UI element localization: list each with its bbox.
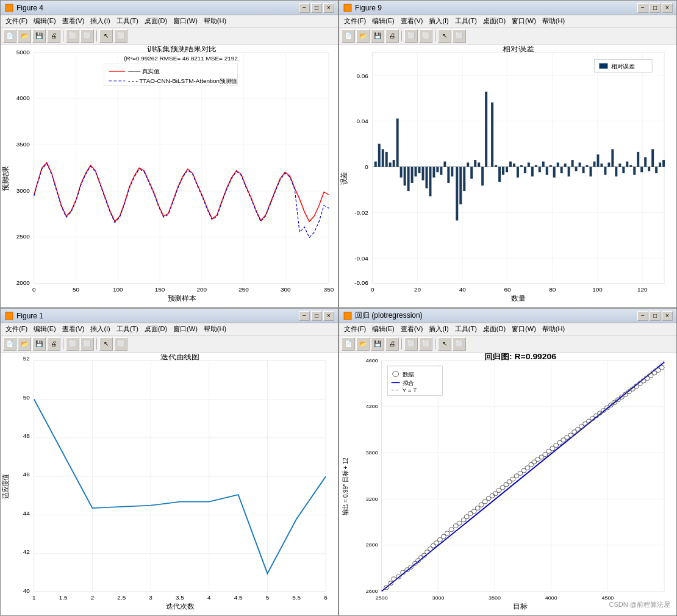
svg-rect-145 xyxy=(659,163,661,167)
figr-menu-file[interactable]: 文件(F) xyxy=(342,324,368,334)
fig1-cursor-btn[interactable]: ↖ xyxy=(99,337,113,351)
fig9-pan-btn[interactable]: ⬜ xyxy=(419,29,432,43)
figure-r-maximize[interactable]: □ xyxy=(650,311,661,321)
fig1-menu-help[interactable]: 帮助(H) xyxy=(201,324,229,334)
fig9-menu-tools[interactable]: 工具(T) xyxy=(453,16,479,26)
svg-text:2000: 2000 xyxy=(16,280,30,286)
figr-pan-btn[interactable]: ⬜ xyxy=(419,337,432,351)
fig1-menu-edit[interactable]: 编辑(E) xyxy=(31,324,59,334)
fig1-menu-desktop[interactable]: 桌面(D) xyxy=(142,324,170,334)
fig4-open-btn[interactable]: 📂 xyxy=(18,29,31,43)
fig1-save-btn[interactable]: 💾 xyxy=(32,337,46,351)
svg-rect-130 xyxy=(604,167,606,175)
svg-text:—— 真实值: —— 真实值 xyxy=(128,68,159,74)
fig9-menu-window[interactable]: 窗口(W) xyxy=(509,16,539,26)
svg-rect-81 xyxy=(422,167,424,181)
fig1-menu-file[interactable]: 文件(F) xyxy=(3,324,30,334)
svg-rect-1 xyxy=(34,52,329,283)
fig1-menu-insert[interactable]: 插入(I) xyxy=(88,324,112,334)
fig9-menu-help[interactable]: 帮助(H) xyxy=(540,16,567,26)
figure-1-icon xyxy=(4,311,14,321)
figure-9-maximize[interactable]: □ xyxy=(650,3,661,13)
fig4-menu-desktop[interactable]: 桌面(D) xyxy=(142,16,170,26)
fig9-menu-edit[interactable]: 编辑(E) xyxy=(370,16,397,26)
figure-r-minimize[interactable]: − xyxy=(637,311,648,321)
svg-text:4: 4 xyxy=(207,594,211,600)
fig1-open-btn[interactable]: 📂 xyxy=(18,337,31,351)
fig4-menu-edit[interactable]: 编辑(E) xyxy=(31,16,59,26)
figr-menu-window[interactable]: 窗口(W) xyxy=(509,324,539,334)
svg-rect-89 xyxy=(485,91,487,167)
fig4-zoom-btn[interactable]: ⬜ xyxy=(66,29,79,43)
figure-1-plot: 40 42 44 46 48 50 52 1 1.5 2 2.5 3 3.5 4… xyxy=(1,353,338,615)
fig9-cursor-btn[interactable]: ↖ xyxy=(438,29,451,43)
figure-1-maximize[interactable]: □ xyxy=(311,311,322,321)
fig9-print-btn[interactable]: 🖨 xyxy=(385,29,399,43)
fig9-menu-insert[interactable]: 插入(I) xyxy=(426,16,451,26)
fig9-open-btn[interactable]: 📂 xyxy=(356,29,370,43)
fig4-menu-insert[interactable]: 插入(I) xyxy=(88,16,112,26)
figure-4-maximize[interactable]: □ xyxy=(311,3,322,13)
figr-menu-insert[interactable]: 插入(I) xyxy=(426,324,451,334)
fig1-pan-btn[interactable]: ⬜ xyxy=(81,337,94,351)
fig4-menu-view[interactable]: 查看(V) xyxy=(60,16,87,26)
fig4-menu-tools[interactable]: 工具(T) xyxy=(114,16,141,26)
figr-new-btn[interactable]: 📄 xyxy=(342,337,355,351)
fig4-print-btn[interactable]: 🖨 xyxy=(47,29,60,43)
fig4-menu-file[interactable]: 文件(F) xyxy=(3,16,30,26)
figr-print-btn[interactable]: 🖨 xyxy=(385,337,399,351)
fig4-new-btn[interactable]: 📄 xyxy=(3,29,16,43)
fig4-pan-btn[interactable]: ⬜ xyxy=(81,29,94,43)
svg-rect-136 xyxy=(626,162,628,167)
svg-rect-137 xyxy=(629,165,632,167)
fig1-link-btn[interactable]: ⬜ xyxy=(114,337,127,351)
fig1-menu-tools[interactable]: 工具(T) xyxy=(114,324,141,334)
figr-menu-desktop[interactable]: 桌面(D) xyxy=(481,324,508,334)
fig4-cursor-btn[interactable]: ↖ xyxy=(99,29,113,43)
fig1-new-btn[interactable]: 📄 xyxy=(3,337,16,351)
fig9-save-btn[interactable]: 💾 xyxy=(371,29,384,43)
fig4-save-btn[interactable]: 💾 xyxy=(32,29,46,43)
figr-menu-tools[interactable]: 工具(T) xyxy=(453,324,479,334)
fig9-link-btn[interactable]: ⬜ xyxy=(453,29,466,43)
figure-9-minimize[interactable]: − xyxy=(637,3,648,13)
figure-r-close[interactable]: × xyxy=(662,311,673,321)
svg-text:适应度值: 适应度值 xyxy=(1,474,9,499)
fig9-menu-desktop[interactable]: 桌面(D) xyxy=(481,16,508,26)
fig1-print-btn[interactable]: 🖨 xyxy=(47,337,60,351)
figr-link-btn[interactable]: ⬜ xyxy=(453,337,466,351)
figure-4-minimize[interactable]: − xyxy=(299,3,310,13)
figure-1-svg: 40 42 44 46 48 50 52 1 1.5 2 2.5 3 3.5 4… xyxy=(1,353,338,615)
figr-cursor-btn[interactable]: ↖ xyxy=(438,337,451,351)
fig4-menu-window[interactable]: 窗口(W) xyxy=(171,16,200,26)
figr-zoom-btn[interactable]: ⬜ xyxy=(404,337,418,351)
figr-open-btn[interactable]: 📂 xyxy=(356,337,370,351)
fig4-sep1 xyxy=(63,30,63,41)
figure-4-close[interactable]: × xyxy=(323,3,334,13)
fig1-menu-view[interactable]: 查看(V) xyxy=(60,324,87,334)
fig9-menu-file[interactable]: 文件(F) xyxy=(342,16,368,26)
svg-text:3500: 3500 xyxy=(16,141,30,148)
figr-menu-help[interactable]: 帮助(H) xyxy=(540,324,567,334)
figr-menu-edit[interactable]: 编辑(E) xyxy=(370,324,397,334)
fig1-menu-window[interactable]: 窗口(W) xyxy=(171,324,200,334)
fig9-new-btn[interactable]: 📄 xyxy=(342,29,355,43)
figr-save-btn[interactable]: 💾 xyxy=(371,337,384,351)
watermark-text: CSDN @前程算法屋 xyxy=(609,600,670,609)
figure-1-close[interactable]: × xyxy=(323,311,334,321)
figr-menu-view[interactable]: 查看(V) xyxy=(398,324,426,334)
fig1-zoom-btn[interactable]: ⬜ xyxy=(66,337,79,351)
svg-text:-0.02: -0.02 xyxy=(354,209,368,215)
fig9-menu-view[interactable]: 查看(V) xyxy=(398,16,426,26)
svg-text:46: 46 xyxy=(23,471,30,478)
svg-rect-84 xyxy=(432,167,435,178)
svg-rect-66 xyxy=(599,63,607,69)
fig4-sep2 xyxy=(96,30,97,41)
figure-9-close[interactable]: × xyxy=(662,3,673,13)
svg-text:预测样本: 预测样本 xyxy=(168,295,196,302)
svg-text:训练集预测结果对比: 训练集预测结果对比 xyxy=(147,45,217,52)
fig4-link-btn[interactable]: ⬜ xyxy=(114,29,127,43)
figure-1-minimize[interactable]: − xyxy=(299,311,310,321)
fig9-zoom-btn[interactable]: ⬜ xyxy=(404,29,418,43)
fig4-menu-help[interactable]: 帮助(H) xyxy=(201,16,229,26)
